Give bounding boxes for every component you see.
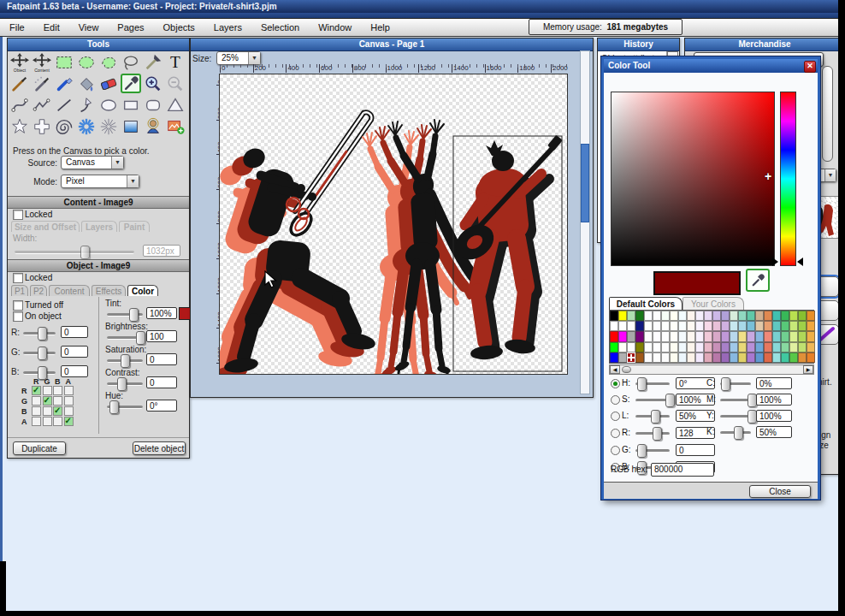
canvas-vertical-scrollbar[interactable] (580, 50, 590, 394)
tool-shape-rounded-rect-icon[interactable] (143, 95, 163, 115)
palette-swatch-1-0[interactable] (610, 321, 618, 331)
zoom-size-dropdown[interactable]: 25% ▼ (216, 51, 261, 65)
palette-swatch-0-9[interactable] (687, 311, 695, 321)
palette-swatch-3-22[interactable] (798, 342, 807, 352)
palette-swatch-0-14[interactable] (730, 311, 738, 321)
palette-swatch-0-8[interactable] (678, 311, 687, 321)
chevron-down-icon[interactable]: ▼ (824, 169, 836, 181)
slider-m[interactable] (720, 399, 751, 402)
tab-p2[interactable]: P2 (30, 285, 47, 296)
tool-gradient-icon[interactable] (121, 116, 141, 136)
matrix-cell-b-a[interactable] (64, 406, 74, 416)
matrix-cell-r-a[interactable] (64, 386, 74, 395)
menu-item-view[interactable]: View (69, 19, 109, 36)
palette-swatch-4-1[interactable] (618, 352, 627, 363)
palette-swatch-0-11[interactable] (704, 311, 712, 321)
palette-swatch-4-18[interactable] (764, 352, 772, 363)
adjust-slider-tint-thumb[interactable] (129, 308, 139, 322)
adjust-slider-brightness-thumb[interactable] (136, 331, 145, 345)
palette-swatch-2-4[interactable] (644, 331, 653, 341)
content-locked-checkbox[interactable] (13, 210, 23, 220)
slider-value-m[interactable]: 100% (756, 394, 792, 406)
palette-swatch-1-17[interactable] (755, 321, 764, 331)
tool-zoom-in-icon[interactable] (143, 74, 163, 93)
palette-swatch-0-12[interactable] (712, 311, 721, 321)
palette-swatch-4-13[interactable] (721, 352, 730, 363)
palette-swatch-2-14[interactable] (730, 331, 738, 341)
palette-swatch-0-21[interactable] (789, 311, 798, 321)
palette-swatch-0-2[interactable] (627, 311, 635, 321)
palette-swatch-3-17[interactable] (755, 342, 764, 352)
palette-swatch-4-3[interactable] (635, 352, 644, 363)
saturation-lightness-field[interactable] (611, 92, 775, 266)
matrix-cell-r-r[interactable] (32, 386, 41, 395)
slider-s-thumb[interactable] (665, 394, 675, 407)
adjust-value-contrast[interactable]: 0 (146, 376, 177, 388)
tool-shape-rect-icon[interactable] (121, 95, 141, 115)
matrix-cell-g-b[interactable] (53, 396, 62, 406)
matrix-cell-a-g[interactable] (43, 417, 52, 426)
channel-value-b[interactable]: 0 (61, 365, 88, 377)
menu-item-layers[interactable]: Layers (204, 19, 251, 36)
palette-swatch-4-12[interactable] (712, 352, 721, 363)
tab-effects[interactable]: Effects (92, 285, 126, 296)
palette-swatch-0-5[interactable] (653, 311, 661, 321)
palette-swatch-3-6[interactable] (661, 342, 670, 352)
tab-p1[interactable]: P1 (11, 285, 28, 296)
palette-swatch-4-4[interactable] (644, 352, 653, 363)
palette-swatch-1-10[interactable] (695, 321, 704, 331)
radio-g[interactable] (611, 446, 620, 455)
tool-line-icon[interactable] (54, 95, 74, 115)
matrix-cell-g-a[interactable] (64, 396, 74, 406)
tool-eraser-icon[interactable] (98, 74, 119, 93)
palette-swatch-3-9[interactable] (687, 342, 695, 352)
tab-your-colors[interactable]: Your Colors (682, 297, 744, 310)
palette-swatch-1-7[interactable] (670, 321, 678, 331)
channel-value-r[interactable]: 0 (61, 326, 88, 338)
palette-swatch-4-7[interactable] (670, 352, 678, 363)
tool-move-content-icon[interactable]: Content (32, 52, 52, 72)
scroll-right-icon[interactable]: ▶ (803, 365, 813, 374)
matrix-cell-r-b[interactable] (53, 386, 62, 395)
palette-swatch-1-12[interactable] (712, 321, 721, 331)
palette-swatch-3-11[interactable] (704, 342, 712, 352)
tab-paint[interactable]: Paint (119, 221, 150, 232)
palette-swatch-4-10[interactable] (695, 352, 704, 363)
matrix-cell-b-g[interactable] (43, 406, 52, 416)
palette-swatch-1-9[interactable] (687, 321, 695, 331)
tab-content[interactable]: Content (49, 285, 90, 296)
tab-layers[interactable]: Layers (81, 221, 117, 232)
palette-swatch-2-9[interactable] (687, 331, 695, 341)
palette-swatch-2-22[interactable] (798, 331, 807, 341)
palette-swatch-2-23[interactable] (807, 331, 815, 341)
palette-swatch-3-23[interactable] (807, 342, 815, 352)
palette-swatch-4-8[interactable] (678, 352, 687, 363)
palette-swatch-2-10[interactable] (695, 331, 704, 341)
palette-swatch-0-17[interactable] (755, 311, 764, 321)
slider-value-g[interactable]: 0 (676, 444, 715, 456)
slider-g[interactable] (635, 449, 670, 453)
palette-swatch-4-15[interactable] (738, 352, 747, 363)
palette-swatch-3-13[interactable] (721, 342, 730, 352)
chevron-down-icon[interactable]: ▼ (127, 175, 139, 187)
palette-swatch-4-16[interactable] (747, 352, 755, 363)
slider-h[interactable] (635, 382, 670, 386)
palette-swatch-1-6[interactable] (661, 321, 670, 331)
palette-swatch-2-7[interactable] (670, 331, 678, 341)
palette-swatch-0-22[interactable] (798, 311, 807, 321)
palette-scroll-thumb[interactable] (622, 366, 631, 373)
palette-swatch-1-22[interactable] (798, 321, 807, 331)
adjust-value-brightness[interactable]: 100 (146, 330, 177, 342)
turned-off-checkbox[interactable] (13, 300, 23, 311)
menu-item-window[interactable]: Window (309, 19, 361, 36)
slider-s[interactable] (635, 399, 670, 402)
tool-shape-ellipse-icon[interactable] (98, 95, 119, 115)
scrollbar-thumb[interactable] (581, 144, 589, 222)
tool-knife-icon[interactable] (143, 52, 163, 72)
palette-swatch-2-12[interactable] (712, 331, 721, 341)
tool-text-icon[interactable]: T (165, 52, 186, 72)
canvas[interactable] (219, 74, 568, 375)
palette-swatch-0-13[interactable] (721, 311, 730, 321)
source-dropdown[interactable]: Canvas ▼ (61, 156, 124, 169)
tool-add-image-icon[interactable] (165, 116, 186, 136)
